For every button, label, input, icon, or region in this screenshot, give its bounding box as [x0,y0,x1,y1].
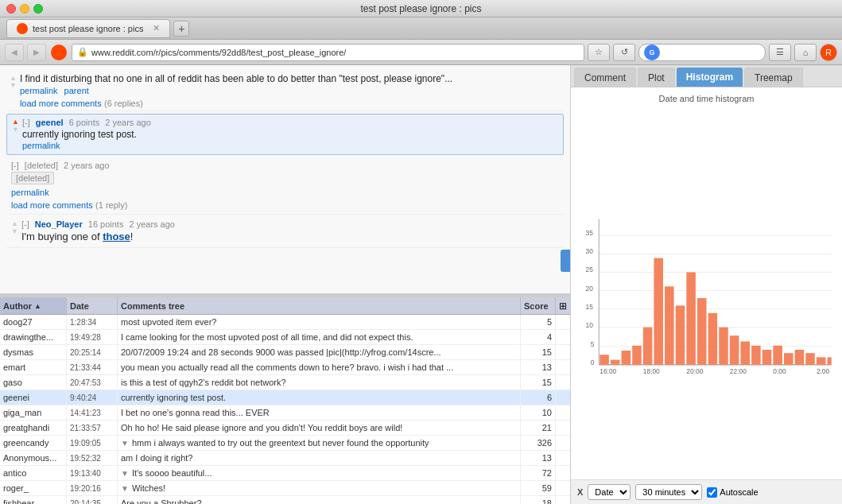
table-row[interactable]: antico 19:13:40 ▼ It's soooo beautiful..… [0,466,570,481]
cell-author: Anonymous... [0,451,67,465]
comment-time-4: 2 years ago [129,219,174,229]
cell-author: gaso [0,375,67,390]
cell-score: 59 [521,481,556,495]
col-header-author[interactable]: Author▲ [0,297,67,314]
col-header-comments[interactable]: Comments tree [118,297,521,314]
table-panel: Author▲ Date Comments tree Score ⊞ doog2… [0,297,570,504]
load-more-1[interactable]: load more comments [20,99,102,108]
reload-button[interactable]: ↺ [613,44,635,61]
cell-comment: is this a test of qgyh2's reddit bot net… [118,375,521,390]
cell-expand [556,481,570,495]
cell-comment: Oh ho ho! He said please ignore and you … [118,421,521,435]
table-row[interactable]: gaso 20:47:53 is this a test of qgyh2's … [0,375,570,390]
comment-author-3[interactable]: [deleted] [25,161,58,170]
table-row[interactable]: dysmas 20:25:14 20/07/2009 19:24 and 28 … [0,345,570,360]
table-row[interactable]: roger_ 19:20:16 ▼ Witches! 59 [0,481,570,496]
cell-date: 9:40:24 [67,390,118,405]
cell-author: dysmas [0,345,67,359]
table-row[interactable]: greatghandi 21:33:57 Oh ho ho! He said p… [0,421,570,436]
svg-rect-20 [622,351,631,365]
home-button[interactable]: ⌂ [794,44,817,61]
col-header-expand[interactable]: ⊞ [556,297,570,314]
svg-rect-39 [828,357,832,364]
comment-block-4: ▲ ▼ [-] Neo_Player 16 points 2 years ago… [6,215,564,248]
vote-arrows-4[interactable]: ▲ ▼ [11,219,18,235]
comment-expand-4[interactable]: [-] [21,219,29,229]
svg-rect-25 [676,305,685,364]
search-bar[interactable]: G [638,44,766,61]
comments-section[interactable]: ▲ ▼ I find it disturbing that no one in … [0,65,570,293]
cell-date: 19:49:28 [67,330,118,344]
cell-expand [556,496,570,504]
vote-arrows-1[interactable]: ▲ ▼ [10,75,17,89]
table-row[interactable]: drawingthe... 19:49:28 I came looking fo… [0,330,570,345]
col-header-date[interactable]: Date [67,297,118,314]
table-row[interactable]: Anonymous... 19:52:32 am I doing it righ… [0,451,570,466]
parent-link-1[interactable]: parent [64,86,89,95]
new-tab-button[interactable]: + [173,21,189,37]
back-button[interactable]: ◀ [5,44,24,61]
table-row[interactable]: doog27 1:28:34 most upvoted item ever? 5 [0,315,570,330]
load-more-3[interactable]: load more comments [11,200,93,210]
interval-select[interactable]: 30 minutes [635,484,702,500]
comment-author-2[interactable]: geenel [36,118,64,127]
comment-expand-3[interactable]: [-] [11,161,19,170]
traffic-lights[interactable] [6,4,43,14]
cell-comment: most upvoted item ever? [118,315,521,329]
cell-date: 20:14:35 [67,496,118,504]
svg-rect-26 [686,272,696,364]
menu-button[interactable]: ☰ [769,44,791,61]
comment-text-4: I'm buying one of those! [21,231,175,242]
cell-comment: currently ignoring test post. [118,390,521,405]
active-tab[interactable]: test post please ignore : pics ✕ [6,19,170,38]
table-header: Author▲ Date Comments tree Score ⊞ [0,297,570,315]
permalink-link-3[interactable]: permalink [11,188,49,197]
maximize-button[interactable] [33,4,43,14]
cell-date: 21:33:57 [67,421,118,435]
search-input[interactable] [663,48,743,57]
cell-comment: I came looking for the most upvoted post… [118,330,521,344]
svg-text:25: 25 [585,266,593,273]
cell-date: 20:47:53 [67,375,118,390]
those-link[interactable]: those [103,231,130,242]
permalink-link-2[interactable]: permalink [22,141,60,150]
autoscale-checkbox[interactable] [707,487,717,498]
table-row[interactable]: fishbear 20:14:35 Are you a Shrubber? 18 [0,496,570,504]
blue-handle[interactable] [561,250,570,272]
cell-score: 4 [521,330,556,344]
permalink-link-1[interactable]: permalink [20,86,58,95]
tab-comment[interactable]: Comment [574,68,636,87]
comment-author-neo[interactable]: Neo_Player [35,219,83,229]
minimize-button[interactable] [20,4,29,14]
svg-rect-36 [795,350,805,365]
reddit-ext-button[interactable]: R [820,44,837,61]
autoscale-label[interactable]: Autoscale [707,487,758,498]
svg-rect-33 [762,350,772,365]
table-row[interactable]: giga_man 14:41:23 I bet no one's gonna r… [0,405,570,421]
tab-histogram[interactable]: Histogram [677,68,743,87]
vote-arrows-2[interactable]: ▲ ▼ [12,118,19,134]
svg-text:5: 5 [591,340,595,348]
nav-bar: ◀ ▶ 🔒 www.reddit.com/r/pics/comments/92d… [0,40,842,65]
svg-text:0:00: 0:00 [773,367,786,375]
tab-close-icon[interactable]: ✕ [153,23,160,33]
forward-button[interactable]: ▶ [27,44,46,61]
table-row[interactable]: greencandy 19:09:05 ▼ hmm i always wante… [0,436,570,451]
tab-treemap[interactable]: Treemap [744,68,803,87]
sort-icon: ▲ [34,302,41,310]
comment-points-2: 6 points [69,118,100,127]
cell-score: 18 [521,496,556,504]
left-panel: ▲ ▼ I find it disturbing that no one in … [0,65,571,504]
col-header-score[interactable]: Score [521,297,556,314]
tab-plot[interactable]: Plot [638,68,675,87]
comment-expand-2[interactable]: [-] [22,118,30,127]
x-axis-select[interactable]: Date [588,484,631,500]
reddit-tab-icon [17,23,28,34]
table-row[interactable]: geenei 9:40:24 currently ignoring test p… [0,390,570,405]
load-more-count-3: (1 reply) [95,200,127,210]
table-row[interactable]: emart 21:33:44 you mean you actually rea… [0,360,570,375]
cell-expand [556,345,570,359]
close-button[interactable] [6,4,16,14]
url-bar[interactable]: 🔒 www.reddit.com/r/pics/comments/92dd8/t… [72,44,584,61]
bookmark-button[interactable]: ☆ [588,44,610,61]
